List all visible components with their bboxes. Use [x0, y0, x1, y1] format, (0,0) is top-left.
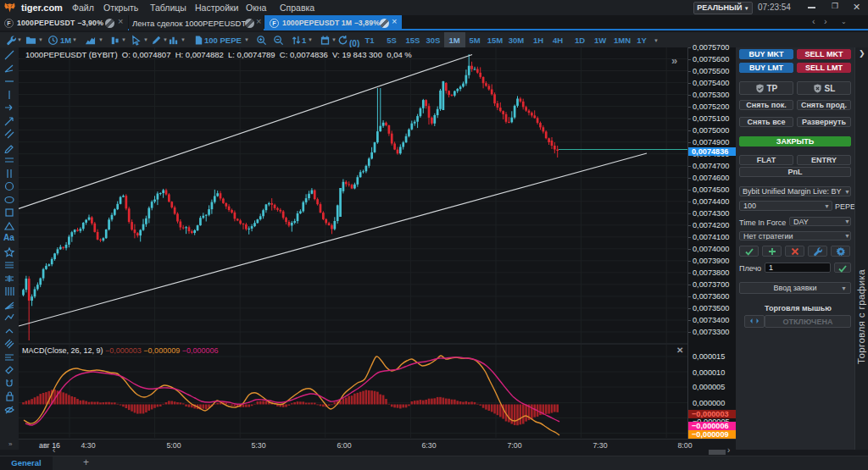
- svg-text:Торговля с графика: Торговля с графика: [856, 269, 866, 364]
